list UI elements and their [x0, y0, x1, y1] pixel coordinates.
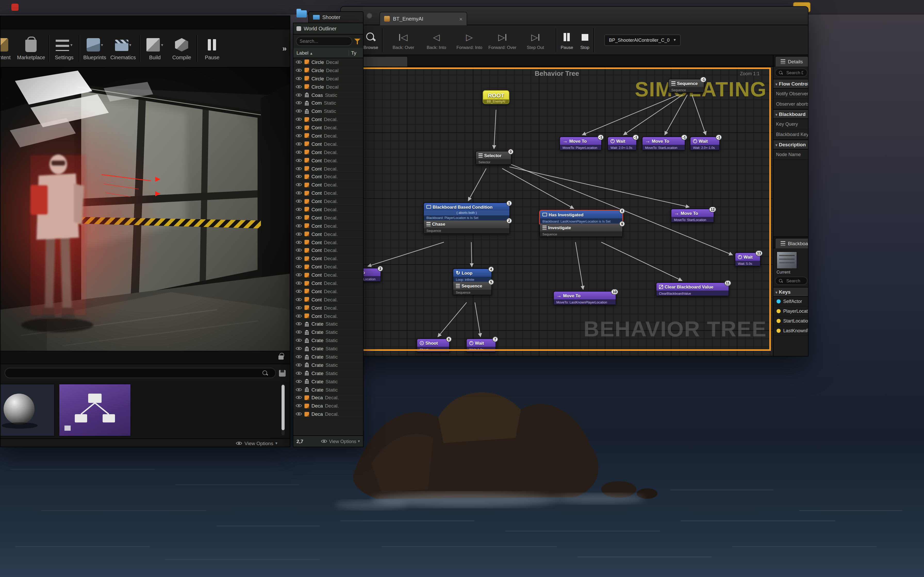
- visibility-eye-icon[interactable]: [296, 387, 302, 392]
- blackboard-key-startlocation[interactable]: StartLocation: [774, 316, 809, 326]
- outliner-row[interactable]: ContDecal.: [293, 230, 363, 238]
- visibility-eye-icon[interactable]: [296, 92, 302, 97]
- details-search-input[interactable]: [785, 69, 804, 76]
- close-tab-icon[interactable]: ×: [459, 16, 462, 22]
- fwd-into-button[interactable]: ▷Forward: Into: [453, 26, 486, 54]
- bt-node-root[interactable]: ROOTBB_EnemyAI: [483, 90, 509, 104]
- level-viewport[interactable]: [0, 68, 290, 351]
- visibility-eye-icon[interactable]: [296, 395, 302, 400]
- visibility-eye-icon[interactable]: [296, 355, 302, 359]
- outliner-row[interactable]: CrateStatic: [293, 345, 363, 353]
- toolbar-button-cinematics[interactable]: ▾Cinematics: [108, 31, 138, 65]
- outliner-row[interactable]: ContDecal.: [293, 304, 363, 312]
- blackboard-key-selfactor[interactable]: SelfActor: [774, 297, 809, 306]
- visibility-eye-icon[interactable]: [296, 199, 302, 203]
- visibility-eye-icon[interactable]: [296, 281, 302, 285]
- toolbar-button-blueprints[interactable]: ▾Blueprints: [81, 31, 108, 65]
- toolbar-button-compile[interactable]: Compile: [168, 31, 195, 65]
- blackboard-asset-thumbnail[interactable]: [777, 251, 797, 269]
- outliner-row[interactable]: CrateStatic: [293, 329, 363, 337]
- toolbar-button-marketplace[interactable]: Marketplace: [15, 31, 47, 65]
- view-options-button[interactable]: View Options: [244, 440, 273, 446]
- outliner-row[interactable]: ContDecal.: [293, 271, 363, 279]
- toolbar-button-pause[interactable]: Pause: [199, 31, 226, 65]
- outliner-row[interactable]: ContDecal.: [293, 156, 363, 164]
- outliner-row[interactable]: ContDecal.: [293, 279, 363, 287]
- bt-node-shoot[interactable]: Shoot6Shoot: [417, 338, 450, 352]
- visibility-eye-icon[interactable]: [296, 240, 302, 245]
- visibility-eye-icon[interactable]: [296, 191, 302, 195]
- maximize-window-icon[interactable]: [367, 13, 372, 19]
- back-into-button[interactable]: ◁Back: Into: [420, 26, 453, 54]
- stop-button[interactable]: Stop: [580, 26, 590, 54]
- outliner-search-input[interactable]: [296, 37, 352, 46]
- outliner-row[interactable]: ContDecal.: [293, 214, 363, 222]
- visibility-eye-icon[interactable]: [296, 166, 302, 171]
- bt-node-sequence-patrol[interactable]: Sequence-1Sequence: [668, 79, 704, 93]
- visibility-eye-icon[interactable]: [296, 76, 302, 81]
- details-section-flow-control[interactable]: ▾Flow Control: [774, 79, 809, 89]
- details-property-notify-observer[interactable]: Notify Observer: [774, 89, 809, 99]
- bt-node-wait-patrol-1[interactable]: Wait-1Wait: 2.0+-1.0s: [607, 137, 637, 150]
- outliner-row[interactable]: ContDecal.: [293, 247, 363, 255]
- outliner-column-headers[interactable]: Label▲ Ty: [293, 48, 363, 58]
- toolbar-button-settings[interactable]: ▾Settings: [51, 31, 78, 65]
- details-property-node-name[interactable]: Node Name: [774, 150, 809, 160]
- outliner-row[interactable]: ContDecal.: [293, 189, 363, 198]
- outliner-row[interactable]: ComStatic: [293, 99, 363, 107]
- outliner-row[interactable]: CoasStatic: [293, 91, 363, 99]
- visibility-eye-icon[interactable]: [296, 232, 302, 236]
- visibility-eye-icon[interactable]: [296, 142, 302, 146]
- visibility-eye-icon[interactable]: [296, 256, 302, 261]
- toolbar-overflow-chevron-icon[interactable]: »: [282, 44, 287, 53]
- visibility-eye-icon[interactable]: [296, 338, 302, 343]
- tab-bt-enemyai[interactable]: BT_EnemyAI ×: [380, 12, 467, 25]
- filter-funnel-icon[interactable]: [354, 38, 360, 44]
- outliner-row[interactable]: ContDecal.: [293, 238, 363, 247]
- outliner-row[interactable]: DecaDecal.: [293, 402, 363, 410]
- outliner-row[interactable]: ContDecal.: [293, 132, 363, 140]
- visibility-eye-icon[interactable]: [296, 322, 302, 326]
- visibility-eye-icon[interactable]: [296, 207, 302, 212]
- visibility-eye-icon[interactable]: [296, 150, 302, 154]
- bt-node-loop[interactable]: Loop4Loop: infiniteSequence5Sequence: [453, 268, 492, 295]
- outliner-row[interactable]: ContDecal.: [293, 296, 363, 304]
- details-property-key-query[interactable]: Key Query: [774, 119, 809, 129]
- visibility-eye-icon[interactable]: [296, 305, 302, 310]
- outliner-row[interactable]: ContDecal.: [293, 263, 363, 271]
- blackboard-key-lastknownplayerlocation[interactable]: LastKnownPlayerLocation: [774, 326, 809, 336]
- visibility-eye-icon[interactable]: [296, 248, 302, 253]
- toolbar-button-build[interactable]: ▾Build: [142, 31, 168, 65]
- outliner-row[interactable]: ContDecal.: [293, 124, 363, 132]
- content-browser-search-input[interactable]: [5, 368, 276, 378]
- view-options-button[interactable]: View Options: [329, 439, 356, 444]
- outliner-row[interactable]: CrateStatic: [293, 353, 363, 361]
- visibility-eye-icon[interactable]: [296, 379, 302, 384]
- asset-thumbnail-behavior-tree[interactable]: [59, 384, 131, 436]
- save-icon[interactable]: [279, 370, 286, 376]
- outliner-row[interactable]: CircleDecal: [293, 58, 363, 66]
- bt-node-wait-1s[interactable]: Wait7Wait: 1.0s: [466, 338, 496, 352]
- visibility-eye-icon[interactable]: [296, 363, 302, 367]
- tab-details[interactable]: Details: [775, 56, 809, 66]
- visibility-eye-icon[interactable]: [296, 174, 302, 179]
- outliner-row[interactable]: CircleDecal: [293, 83, 363, 91]
- outliner-row[interactable]: CircleDecal: [293, 66, 363, 75]
- outliner-row[interactable]: ContDecal.: [293, 181, 363, 189]
- bt-node-clear-blackboard[interactable]: Clear Blackboard Value11ClearBlackboardV…: [656, 282, 729, 296]
- visibility-eye-icon[interactable]: [296, 60, 302, 64]
- visibility-eye-icon[interactable]: [296, 101, 302, 105]
- details-section-blackboard[interactable]: ▾Blackboard: [774, 109, 809, 119]
- visibility-eye-icon[interactable]: [296, 183, 302, 187]
- keys-section-header[interactable]: ▾Keys: [774, 287, 809, 297]
- outliner-row[interactable]: ContDecal.: [293, 206, 363, 214]
- outliner-row[interactable]: CrateStatic: [293, 320, 363, 329]
- visibility-eye-icon[interactable]: [296, 404, 302, 408]
- blackboard-search-input[interactable]: [785, 278, 804, 284]
- visibility-eye-icon[interactable]: [296, 412, 302, 416]
- outliner-row[interactable]: CrateStatic: [293, 369, 363, 378]
- bt-node-moveto-start-patrol[interactable]: Move To-1MoveTo: StartLocation: [642, 137, 685, 150]
- visibility-eye-icon[interactable]: [296, 84, 302, 89]
- asset-thumbnail-mesh[interactable]: [0, 384, 55, 436]
- visibility-eye-icon[interactable]: [296, 272, 302, 277]
